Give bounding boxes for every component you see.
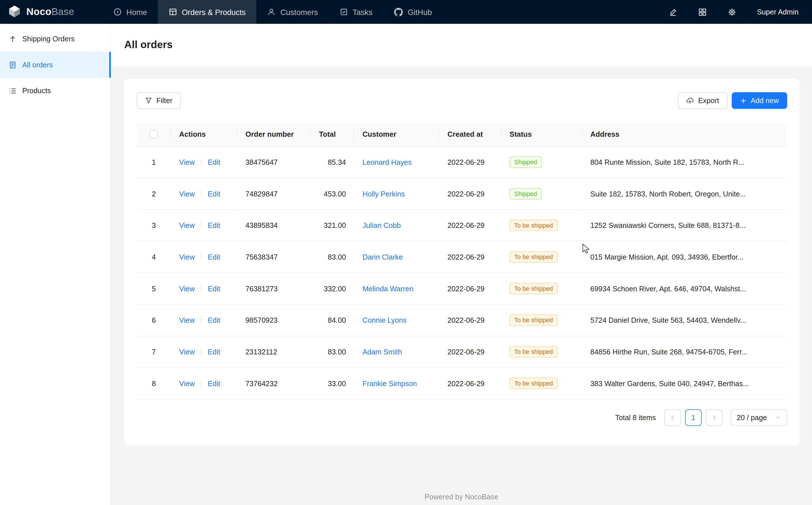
brand[interactable]: NocoBase: [0, 0, 102, 24]
page-size-value: 20 / page: [737, 413, 767, 422]
order-number-cell: 43895834: [237, 209, 311, 241]
customer-cell: Leonard Hayes: [354, 146, 439, 178]
status-badge: Shipped: [510, 188, 542, 199]
order-number-cell: 75638347: [237, 241, 311, 273]
view-link[interactable]: View: [179, 284, 195, 293]
actions-cell: ViewEdit: [171, 273, 237, 304]
nav-item-label: Orders & Products: [182, 8, 246, 16]
edit-link[interactable]: Edit: [208, 379, 220, 387]
view-link[interactable]: View: [179, 158, 195, 166]
order-number-cell: 76381273: [237, 273, 311, 304]
order-number-cell: 98570923: [237, 304, 311, 336]
prev-page-button[interactable]: [664, 409, 681, 426]
filter-button[interactable]: Filter: [137, 92, 181, 109]
table-header-row: Actions Order number Total Customer Crea…: [137, 122, 787, 146]
customers-icon: [267, 8, 276, 16]
view-link[interactable]: View: [179, 347, 195, 356]
column-header-customer: Customer: [354, 122, 439, 146]
column-header-order-number: Order number: [237, 122, 311, 146]
address-cell: 1252 Swaniawski Corners, Suite 688, 8137…: [582, 209, 787, 241]
main-content: All orders Filter: [111, 24, 812, 505]
status-cell: To be shipped: [501, 273, 582, 304]
view-link[interactable]: View: [179, 379, 195, 387]
customer-link[interactable]: Darin Clarke: [362, 252, 402, 261]
sidebar-item-shipping-orders[interactable]: Shipping Orders: [0, 26, 110, 52]
view-link[interactable]: View: [179, 252, 195, 261]
view-link[interactable]: View: [179, 316, 195, 324]
actions-cell: ViewEdit: [171, 336, 237, 367]
customer-link[interactable]: Leonard Hayes: [362, 158, 412, 166]
sidebar: Shipping Orders All orders Products: [0, 24, 111, 505]
add-new-button[interactable]: Add new: [731, 92, 787, 109]
action-divider: [201, 380, 202, 387]
edit-link[interactable]: Edit: [208, 252, 220, 261]
column-header-status: Status: [501, 122, 582, 146]
page-size-select[interactable]: 20 / page: [731, 409, 787, 426]
edit-link[interactable]: Edit: [208, 284, 220, 293]
nav-item-orders-products[interactable]: Orders & Products: [158, 0, 256, 24]
next-page-button[interactable]: [706, 409, 722, 426]
status-cell: To be shipped: [501, 304, 582, 336]
action-divider: [201, 221, 202, 229]
total-cell: 321.00: [311, 209, 354, 241]
user-menu[interactable]: Super Admin: [757, 8, 799, 16]
action-divider: [201, 285, 202, 292]
highlighter-icon[interactable]: [668, 8, 677, 16]
status-badge: To be shipped: [510, 251, 558, 263]
apps-grid-icon[interactable]: [698, 8, 707, 16]
edit-link[interactable]: Edit: [208, 189, 220, 198]
gear-icon[interactable]: [728, 8, 736, 16]
customer-link[interactable]: Frankie Simpson: [362, 379, 417, 387]
orders-card: Filter Export: [124, 79, 800, 445]
created-at-cell: 2022-06-29: [439, 273, 501, 304]
customer-link[interactable]: Julian Cobb: [362, 221, 400, 229]
edit-link[interactable]: Edit: [208, 158, 220, 166]
table-row: 2 ViewEdit 74829847 453.00 Holly Perkins…: [137, 178, 787, 209]
sidebar-item-products[interactable]: Products: [0, 78, 110, 104]
filter-button-label: Filter: [157, 96, 173, 105]
total-cell: 84.00: [311, 304, 354, 336]
status-cell: To be shipped: [501, 367, 582, 399]
customer-link[interactable]: Adam Smith: [362, 347, 402, 356]
main-menu: Home Orders & Products Customers: [102, 0, 443, 24]
actions-cell: ViewEdit: [171, 178, 237, 209]
actions-cell: ViewEdit: [171, 209, 237, 241]
page-header: All orders: [111, 24, 812, 66]
status-cell: Shipped: [501, 146, 582, 178]
edit-link[interactable]: Edit: [208, 347, 220, 356]
edit-link[interactable]: Edit: [208, 316, 220, 324]
nav-item-home[interactable]: Home: [102, 0, 158, 24]
status-badge: To be shipped: [510, 219, 558, 231]
status-cell: To be shipped: [501, 241, 582, 273]
export-button[interactable]: Export: [678, 92, 728, 109]
all-orders-file-icon: [9, 61, 16, 68]
nav-item-customers[interactable]: Customers: [257, 0, 329, 24]
nav-item-label: Tasks: [352, 8, 372, 16]
top-navbar: NocoBase Home Orders & Products: [0, 0, 812, 24]
customer-cell: Frankie Simpson: [354, 367, 439, 399]
view-link[interactable]: View: [179, 189, 195, 198]
toolbar-right: Export Add new: [678, 92, 787, 109]
edit-link[interactable]: Edit: [208, 221, 220, 229]
nav-item-label: Home: [126, 8, 147, 16]
created-at-cell: 2022-06-29: [439, 146, 501, 178]
action-divider: [201, 253, 202, 261]
next-page-icon: [711, 414, 717, 420]
customer-cell: Julian Cobb: [354, 209, 439, 241]
table-row: 4 ViewEdit 75638347 83.00 Darin Clarke 2…: [137, 241, 787, 273]
view-link[interactable]: View: [179, 221, 195, 229]
select-all-checkbox[interactable]: [150, 130, 158, 138]
filter-icon: [145, 97, 152, 104]
customer-link[interactable]: Melinda Warren: [362, 284, 414, 293]
page-1-button[interactable]: 1: [685, 409, 702, 426]
nav-item-tasks[interactable]: Tasks: [329, 0, 383, 24]
customer-link[interactable]: Connie Lyons: [362, 316, 407, 324]
products-list-icon: [9, 87, 16, 95]
created-at-cell: 2022-06-29: [439, 367, 501, 399]
actions-cell: ViewEdit: [171, 241, 237, 273]
nav-item-github[interactable]: GitHub: [383, 0, 443, 24]
customer-link[interactable]: Holly Perkins: [362, 189, 405, 198]
sidebar-item-all-orders[interactable]: All orders: [0, 52, 110, 78]
created-at-cell: 2022-06-29: [439, 178, 501, 209]
row-index: 5: [137, 273, 171, 304]
